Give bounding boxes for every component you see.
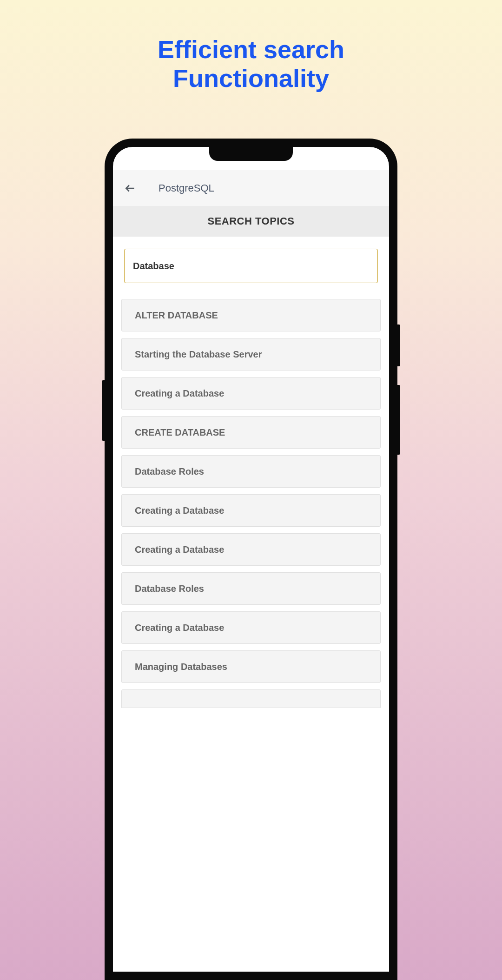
- list-item[interactable]: Starting the Database Server: [121, 338, 381, 371]
- list-item[interactable]: Database Roles: [121, 455, 381, 488]
- phone-frame: PostgreSQL SEARCH TOPICS ALTER DATABASE …: [105, 139, 397, 980]
- hero-title-line2: Functionality: [0, 64, 502, 93]
- app-header: PostgreSQL: [113, 170, 389, 206]
- list-item[interactable]: Creating a Database: [121, 533, 381, 566]
- list-item[interactable]: Managing Databases: [121, 650, 381, 683]
- phone-screen: PostgreSQL SEARCH TOPICS ALTER DATABASE …: [113, 147, 389, 972]
- list-item[interactable]: ALTER DATABASE: [121, 299, 381, 331]
- hero-title: Efficient search Functionality: [0, 0, 502, 93]
- list-item[interactable]: Creating a Database: [121, 377, 381, 410]
- results-list: ALTER DATABASE Starting the Database Ser…: [113, 287, 389, 708]
- list-item-label: Database Roles: [135, 583, 204, 594]
- search-container: [113, 237, 389, 287]
- list-item[interactable]: CREATE DATABASE: [121, 416, 381, 449]
- list-item-label: ALTER DATABASE: [135, 310, 218, 321]
- phone-side-button-right-1: [397, 324, 400, 366]
- list-item-label: Starting the Database Server: [135, 349, 262, 360]
- list-item-label: Creating a Database: [135, 544, 224, 555]
- section-header: SEARCH TOPICS: [113, 206, 389, 237]
- list-item-label: Creating a Database: [135, 622, 224, 633]
- list-item-label: Managing Databases: [135, 662, 227, 672]
- list-item-label: Creating a Database: [135, 505, 224, 516]
- hero-title-line1: Efficient search: [0, 35, 502, 64]
- list-item-label: CREATE DATABASE: [135, 427, 225, 438]
- search-input[interactable]: [124, 249, 378, 283]
- list-item[interactable]: Creating a Database: [121, 611, 381, 644]
- list-item-label: Creating a Database: [135, 388, 224, 399]
- back-arrow-icon[interactable]: [124, 182, 136, 194]
- phone-side-button-left: [102, 380, 105, 441]
- list-item-label: Database Roles: [135, 466, 204, 477]
- phone-notch: [209, 147, 293, 161]
- app-title: PostgreSQL: [159, 182, 214, 194]
- phone-side-button-right-2: [397, 385, 400, 455]
- list-item[interactable]: [121, 689, 381, 708]
- list-item[interactable]: Database Roles: [121, 572, 381, 605]
- list-item[interactable]: Creating a Database: [121, 494, 381, 527]
- section-header-text: SEARCH TOPICS: [113, 215, 389, 227]
- phone-mockup: PostgreSQL SEARCH TOPICS ALTER DATABASE …: [105, 139, 397, 980]
